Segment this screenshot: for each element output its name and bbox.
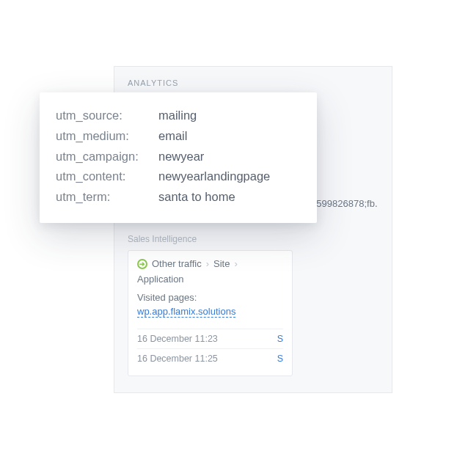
utm-row: utm_campaign: newyear (56, 147, 301, 166)
source-icon: ➔ (137, 259, 147, 269)
utm-value: email (158, 127, 187, 145)
utm-key: utm_term: (56, 188, 158, 206)
chevron-right-icon: › (206, 258, 209, 269)
utm-row: utm_term: santa to home (56, 188, 301, 206)
utm-row: utm_source: mailing (56, 106, 301, 125)
utm-row: utm_medium: email (56, 127, 301, 145)
visit-row: 16 December 11:23 S (137, 329, 283, 348)
utm-key: utm_campaign: (56, 147, 158, 166)
visited-pages-label: Visited pages: (137, 292, 283, 303)
utm-overlay-card: utm_source: mailing utm_medium: email ut… (40, 92, 317, 223)
visits-list: 16 December 11:23 S 16 December 11:25 S (137, 329, 283, 368)
visit-tag: S (277, 334, 283, 344)
section-label: Sales Intelligence (128, 234, 379, 244)
panel-title: ANALYTICS (128, 78, 379, 87)
breadcrumb-item-1: Other traffic (152, 258, 202, 269)
utm-row: utm_content: newyearlandingpage (56, 167, 301, 186)
visited-page-link[interactable]: wp.app.flamix.solutions (137, 306, 235, 318)
visit-time: 16 December 11:25 (137, 354, 218, 364)
visit-time: 16 December 11:23 (137, 334, 218, 344)
utm-value: santa to home (158, 188, 235, 206)
utm-key: utm_content: (56, 167, 158, 186)
utm-key: utm_source: (56, 106, 158, 125)
breadcrumb-item-3: Application (137, 274, 184, 285)
breadcrumb-item-2: Site (213, 258, 230, 269)
chevron-right-icon: › (234, 258, 237, 269)
utm-value: mailing (158, 106, 197, 125)
utm-value: newyearlandingpage (158, 167, 270, 186)
utm-value: newyear (158, 147, 204, 166)
visit-tag: S (277, 354, 283, 364)
utm-key: utm_medium: (56, 127, 158, 145)
breadcrumb: ➔ Other traffic › Site › Application (137, 258, 283, 285)
visit-row: 16 December 11:25 S (137, 348, 283, 368)
sales-intelligence-card: ➔ Other traffic › Site › Application Vis… (128, 250, 293, 376)
